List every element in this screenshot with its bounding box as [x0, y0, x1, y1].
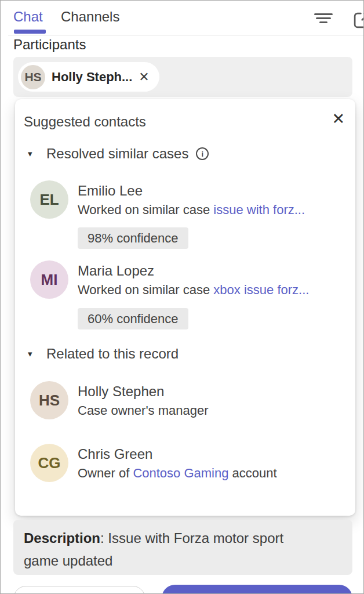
contact-row-maria-lopez[interactable]: MI Maria Lopez Worked on similar case xb…: [30, 260, 309, 299]
info-icon[interactable]: i: [196, 147, 209, 160]
contact-subtitle: Worked on similar case xbox issue forz..…: [78, 281, 309, 298]
section-label: Related to this record: [46, 346, 179, 362]
contact-subtitle: Owner of Contoso Gaming account: [78, 465, 277, 481]
subtitle-text: account: [228, 466, 276, 480]
contact-name: Chris Green: [78, 445, 277, 463]
chip-name: Holly Steph...: [52, 70, 132, 85]
section-resolved-similar-cases[interactable]: ▾ Resolved similar cases i: [28, 146, 209, 162]
subtitle-text: Worked on similar case: [78, 282, 213, 297]
contact-name: Holly Stephen: [78, 382, 209, 400]
account-link[interactable]: Contoso Gaming: [133, 466, 228, 480]
subtitle-text: Owner of: [78, 466, 133, 480]
avatar: HS: [21, 65, 45, 89]
contact-subtitle: Worked on similar case issue with forz..…: [78, 201, 305, 218]
contact-row-emilio-lee[interactable]: EL Emilio Lee Worked on similar case iss…: [30, 180, 305, 219]
participants-label: Participants: [13, 37, 86, 53]
tab-chat[interactable]: Chat: [13, 9, 43, 25]
chevron-down-icon: ▾: [28, 349, 46, 359]
contact-text: Chris Green Owner of Contoso Gaming acco…: [78, 444, 277, 482]
open-in-new-window-icon[interactable]: [351, 9, 364, 31]
participants-input[interactable]: HS Holly Steph... ✕: [13, 57, 352, 97]
case-link[interactable]: xbox issue forz...: [213, 282, 309, 297]
contact-text: Emilio Lee Worked on similar case issue …: [78, 180, 305, 219]
section-related-to-this-record[interactable]: ▾ Related to this record: [28, 346, 179, 362]
subtitle-text: Worked on similar case: [78, 202, 213, 217]
contact-subtitle: Case owner's manager: [78, 402, 209, 419]
divider: [8, 35, 364, 35]
case-description: Description: Issue with Forza motor spor…: [13, 520, 352, 575]
filter-icon[interactable]: [313, 13, 334, 26]
contact-text: Maria Lopez Worked on similar case xbox …: [78, 260, 309, 299]
close-icon[interactable]: ✕: [332, 111, 345, 127]
case-link[interactable]: issue with forz...: [213, 202, 305, 217]
contact-text: Holly Stephen Case owner's manager: [78, 381, 209, 419]
primary-button[interactable]: [162, 585, 352, 594]
section-label: Resolved similar cases: [46, 146, 188, 162]
panel-title: Suggested contacts: [24, 114, 146, 130]
confidence-badge: 60% confidence: [78, 308, 188, 329]
subtitle-text: Case owner's manager: [78, 403, 209, 418]
suggested-contacts-panel: Suggested contacts ✕ ▾ Resolved similar …: [15, 99, 355, 516]
participant-chip-holly[interactable]: HS Holly Steph... ✕: [18, 62, 159, 92]
chip-remove-icon[interactable]: ✕: [139, 70, 149, 85]
avatar: CG: [30, 444, 68, 482]
contact-name: Emilio Lee: [78, 182, 305, 200]
contact-row-chris-green[interactable]: CG Chris Green Owner of Contoso Gaming a…: [30, 444, 277, 482]
avatar: HS: [30, 381, 68, 419]
contact-row-holly-stephen[interactable]: HS Holly Stephen Case owner's manager: [30, 381, 209, 419]
secondary-button[interactable]: [13, 586, 145, 594]
active-tab-indicator: [14, 30, 46, 34]
chevron-down-icon: ▾: [28, 148, 46, 159]
tab-channels[interactable]: Channels: [61, 9, 119, 25]
contact-name: Maria Lopez: [78, 262, 309, 280]
chat-side-panel: Chat Channels Participants HS Holly Step…: [0, 0, 364, 594]
avatar: MI: [30, 260, 68, 299]
avatar: EL: [30, 180, 68, 219]
description-label: Description: [24, 530, 100, 546]
confidence-badge: 98% confidence: [78, 227, 188, 249]
